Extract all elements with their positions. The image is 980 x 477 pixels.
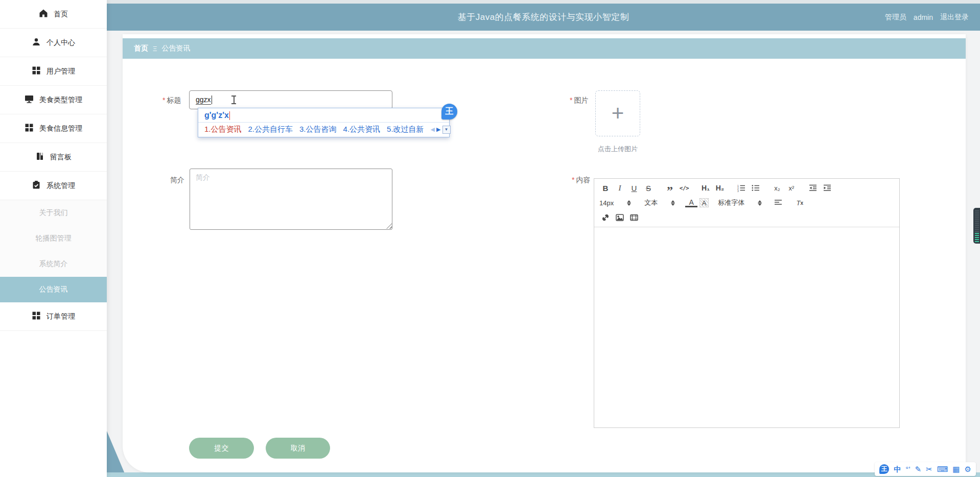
italic-button[interactable]: I — [614, 183, 626, 193]
ime-candidate-5[interactable]: 5.改过自新 — [387, 125, 424, 134]
toolbar-row-3 — [599, 212, 894, 223]
content-label: *内容 — [572, 176, 590, 185]
sidebar-item-system-intro[interactable]: 系统简介 — [0, 251, 107, 277]
intro-textarea[interactable] — [190, 169, 392, 230]
ime-logo-badge[interactable]: 王 — [441, 104, 457, 120]
ime-mode-chinese[interactable]: 中 — [894, 466, 901, 473]
sidebar-item-label: 用户管理 — [46, 67, 75, 76]
sidebar-item-food-info[interactable]: 美食信息管理 — [0, 114, 107, 143]
ordered-list-button[interactable]: 123 — [735, 183, 748, 193]
image-upload-box[interactable]: + — [595, 90, 640, 136]
sidebar-item-home[interactable]: 首页 — [0, 0, 107, 29]
ime-candidate-2[interactable]: 2.公共自行车 — [248, 125, 293, 134]
plus-icon: + — [612, 103, 624, 124]
sidebar-item-message-board[interactable]: 留言板 — [0, 143, 107, 172]
required-mark: * — [572, 176, 574, 184]
logout-link[interactable]: 退出登录 — [940, 13, 969, 22]
link-button[interactable] — [599, 212, 612, 223]
sidebar-item-label: 个人中心 — [46, 38, 75, 47]
ime-candidate-1[interactable]: 1.公告资讯 — [204, 125, 242, 134]
home-icon — [39, 9, 48, 19]
indent-button[interactable] — [821, 183, 833, 193]
required-mark: * — [162, 96, 165, 104]
superscript-button[interactable]: x² — [785, 183, 798, 193]
ime-dropdown-icon[interactable]: ▼ — [442, 126, 451, 134]
toolbox-icon[interactable]: ▦ — [952, 465, 960, 473]
sidebar-item-system[interactable]: 系统管理 — [0, 172, 107, 200]
font-size-select[interactable]: 14px — [599, 199, 631, 207]
sidebar-item-label: 订单管理 — [46, 312, 75, 321]
scissors-icon[interactable]: ✂ — [926, 465, 932, 473]
upload-hint: 点击上传图片 — [585, 145, 650, 154]
outdent-button[interactable] — [807, 183, 819, 193]
ime-logo-icon[interactable]: 王 — [879, 464, 889, 474]
book-icon — [35, 152, 44, 162]
ime-prev-page-icon[interactable]: ◀ — [431, 126, 435, 133]
sidebar-item-carousel[interactable]: 轮播图管理 — [0, 226, 107, 251]
bullet-list-button[interactable] — [750, 183, 762, 193]
sidebar-item-label: 美食信息管理 — [39, 124, 82, 133]
sidebar-submenu: 关于我们 轮播图管理 系统简介 公告资讯 — [0, 200, 107, 302]
editor-content-area[interactable] — [594, 227, 899, 431]
align-button[interactable] — [772, 198, 784, 208]
sidebar-item-food-types[interactable]: 美食类型管理 — [0, 86, 107, 114]
cancel-button[interactable]: 取消 — [266, 438, 330, 459]
grid-icon — [32, 311, 41, 322]
top-strip — [107, 0, 980, 4]
title-input[interactable]: ggzx — [189, 90, 392, 109]
sidebar-item-users[interactable]: 用户管理 — [0, 57, 107, 86]
submit-button[interactable]: 提交 — [189, 438, 254, 459]
punctuation-icon[interactable]: °’ — [905, 465, 910, 473]
image-button[interactable] — [614, 212, 626, 223]
header2-button[interactable]: H₂ — [714, 183, 726, 193]
header1-button[interactable]: H₁ — [699, 183, 712, 193]
font-family-select[interactable]: 标准字体 — [718, 198, 762, 207]
text-color-button[interactable]: A — [685, 199, 697, 207]
strikethrough-button[interactable]: S — [642, 183, 655, 193]
edge-docked-widget[interactable] — [973, 208, 980, 244]
sidebar-subitem-label: 关于我们 — [39, 208, 68, 218]
sidebar-item-label: 首页 — [54, 10, 68, 19]
sidebar-item-label: 系统管理 — [46, 181, 75, 190]
person-icon — [32, 37, 41, 48]
sidebar-item-label: 留言板 — [50, 153, 72, 162]
sidebar-item-orders[interactable]: 订单管理 — [0, 302, 107, 331]
subscript-button[interactable]: x₂ — [771, 183, 783, 193]
underline-button[interactable]: U — [628, 183, 640, 193]
ime-page-nav: ◀ ▶ ▼ — [431, 126, 451, 134]
sidebar-item-profile[interactable]: 个人中心 — [0, 29, 107, 57]
clean-format-button[interactable]: Tx — [794, 198, 806, 208]
bold-button[interactable]: B — [599, 183, 612, 193]
ime-next-page-icon[interactable]: ▶ — [436, 126, 440, 133]
ime-candidate-4[interactable]: 4.公共资讯 — [343, 125, 381, 134]
breadcrumb-current: 公告资讯 — [161, 44, 190, 53]
ime-candidate-popup: 王 g'g'z'x 1.公告资讯 2.公共自行车 3.公告咨询 4.公共资讯 5… — [198, 108, 450, 137]
ime-candidate-row: 1.公告资讯 2.公共自行车 3.公告咨询 4.公共资讯 5.改过自新 ◀ ▶ … — [198, 122, 449, 137]
handwriting-icon[interactable]: ✎ — [915, 465, 922, 473]
app-title: 基于Java的点餐系统的设计与实现小智定制 — [458, 11, 629, 23]
code-block-button[interactable]: </> — [678, 183, 690, 193]
format-select[interactable]: 文本 — [644, 198, 675, 207]
username: admin — [914, 13, 933, 21]
svg-text:3: 3 — [737, 189, 739, 193]
select-arrows-icon — [758, 200, 762, 206]
breadcrumb-home[interactable]: 首页 — [134, 44, 148, 53]
ime-candidate-3[interactable]: 3.公告咨询 — [299, 125, 337, 134]
sidebar-item-about-us[interactable]: 关于我们 — [0, 200, 107, 226]
ibeam-cursor — [231, 95, 237, 105]
gear-icon[interactable]: ⚙ — [965, 465, 971, 473]
sidebar-item-announcements-active[interactable]: 公告资讯 — [0, 277, 107, 302]
text-caret — [212, 96, 212, 104]
monitor-icon — [25, 94, 34, 105]
video-button[interactable] — [628, 212, 640, 223]
user-role: 管理员 — [885, 13, 906, 22]
rich-text-editor: B I U S ” </> H₁ H₂ 123 x₂ x² — [594, 178, 900, 428]
background-color-button[interactable]: A — [699, 198, 709, 207]
sidebar-item-label: 美食类型管理 — [39, 96, 82, 105]
select-arrows-icon — [671, 200, 675, 206]
keyboard-icon[interactable]: ⌨ — [937, 465, 948, 473]
bottom-band-decoration — [107, 472, 980, 477]
breadcrumb-separator-icon: Ξ — [153, 45, 157, 53]
ime-status-bar: 王 中 °’ ✎ ✂ ⌨ ▦ ⚙ — [875, 462, 976, 476]
blockquote-button[interactable]: ” — [664, 183, 676, 193]
